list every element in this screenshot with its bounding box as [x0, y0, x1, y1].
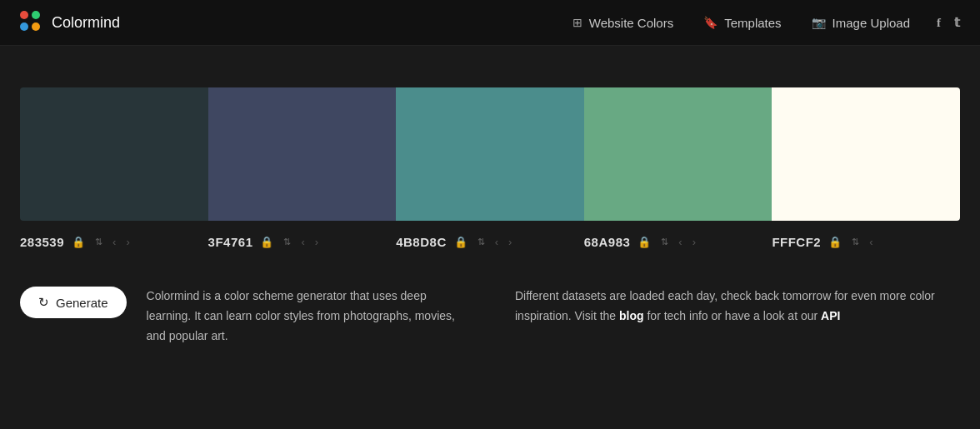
nav-website-colors[interactable]: ⊞ Website Colors	[572, 16, 673, 30]
social-icons: f 𝕥	[937, 15, 960, 30]
info-col: Different datasets are loaded each day, …	[515, 287, 960, 327]
lock-icon-1[interactable]: 🔒	[258, 234, 276, 250]
sliders-icon-0[interactable]: ⇅	[92, 235, 105, 249]
arrow-right-1[interactable]: ›	[312, 234, 321, 250]
arrow-left-1[interactable]: ‹	[298, 234, 307, 250]
logo-icon	[20, 11, 43, 34]
palette-section: 283539 🔒 ⇅ ‹ › 3F4761 🔒 ⇅ ‹ › 4B8D8C 🔒 ⇅…	[0, 46, 980, 253]
sliders-icon-3[interactable]: ⇅	[658, 235, 671, 249]
nav-templates[interactable]: 🔖 Templates	[703, 16, 781, 30]
color-hex-1: 3F4761	[208, 235, 253, 249]
camera-icon: 📷	[812, 16, 826, 29]
twitter-icon[interactable]: 𝕥	[954, 15, 960, 30]
color-label-3: 68A983 🔒 ⇅ ‹ ›	[584, 231, 772, 253]
lock-icon-3[interactable]: 🔒	[635, 234, 653, 250]
grid-icon: ⊞	[572, 16, 582, 29]
color-swatch-0[interactable]	[20, 87, 208, 221]
arrow-right-2[interactable]: ›	[506, 234, 514, 250]
color-label-1: 3F4761 🔒 ⇅ ‹ ›	[208, 231, 397, 253]
api-link[interactable]: API	[821, 309, 840, 322]
nav-templates-label: Templates	[724, 16, 781, 30]
bottom-section: ↻ Generate Colormind is a color scheme g…	[0, 253, 980, 366]
generate-col: ↻ Generate Colormind is a color scheme g…	[20, 287, 465, 346]
info-text-2: for tech info or have a look at our	[644, 309, 821, 322]
color-swatch-1[interactable]	[208, 87, 397, 221]
nav-image-upload-label: Image Upload	[832, 16, 910, 30]
sliders-icon-4[interactable]: ⇅	[849, 235, 862, 249]
nav-website-colors-label: Website Colors	[589, 16, 673, 30]
bookmark-icon: 🔖	[703, 16, 718, 29]
arrow-left-0[interactable]: ‹	[110, 234, 118, 250]
info-text: Different datasets are loaded each day, …	[515, 287, 960, 327]
lock-icon-0[interactable]: 🔒	[69, 234, 88, 250]
palette-row	[20, 87, 960, 221]
color-label-0: 283539 🔒 ⇅ ‹ ›	[20, 231, 208, 253]
facebook-icon[interactable]: f	[937, 16, 941, 30]
arrow-left-3[interactable]: ‹	[676, 234, 684, 250]
color-swatch-3[interactable]	[584, 87, 772, 221]
blog-link[interactable]: blog	[619, 309, 644, 322]
logo-text: Colormind	[52, 14, 120, 32]
color-hex-0: 283539	[20, 235, 64, 249]
color-swatch-2[interactable]	[396, 87, 584, 221]
color-label-2: 4B8D8C 🔒 ⇅ ‹ ›	[396, 231, 584, 253]
color-hex-2: 4B8D8C	[396, 235, 447, 249]
description-text: Colormind is a color scheme generator th…	[147, 287, 465, 346]
sliders-icon-2[interactable]: ⇅	[475, 235, 488, 249]
generate-label: Generate	[56, 296, 108, 310]
main-nav: ⊞ Website Colors 🔖 Templates 📷 Image Upl…	[572, 16, 910, 30]
color-swatch-4[interactable]	[772, 87, 960, 221]
arrow-right-3[interactable]: ›	[690, 234, 698, 250]
lock-icon-2[interactable]: 🔒	[452, 234, 470, 250]
arrow-left-2[interactable]: ‹	[492, 234, 501, 250]
generate-button[interactable]: ↻ Generate	[20, 287, 127, 318]
color-hex-3: 68A983	[584, 235, 631, 249]
logo-area: Colormind	[20, 11, 120, 34]
sliders-icon-1[interactable]: ⇅	[281, 235, 293, 249]
arrow-left-4[interactable]: ‹	[867, 234, 875, 250]
color-label-4: FFFCF2 🔒 ⇅ ‹	[772, 231, 960, 253]
arrow-right-0[interactable]: ›	[123, 234, 132, 250]
lock-icon-4[interactable]: 🔒	[826, 234, 844, 250]
nav-image-upload[interactable]: 📷 Image Upload	[812, 16, 910, 30]
refresh-icon: ↻	[38, 295, 49, 310]
color-hex-4: FFFCF2	[772, 235, 821, 249]
color-labels: 283539 🔒 ⇅ ‹ › 3F4761 🔒 ⇅ ‹ › 4B8D8C 🔒 ⇅…	[20, 231, 960, 253]
